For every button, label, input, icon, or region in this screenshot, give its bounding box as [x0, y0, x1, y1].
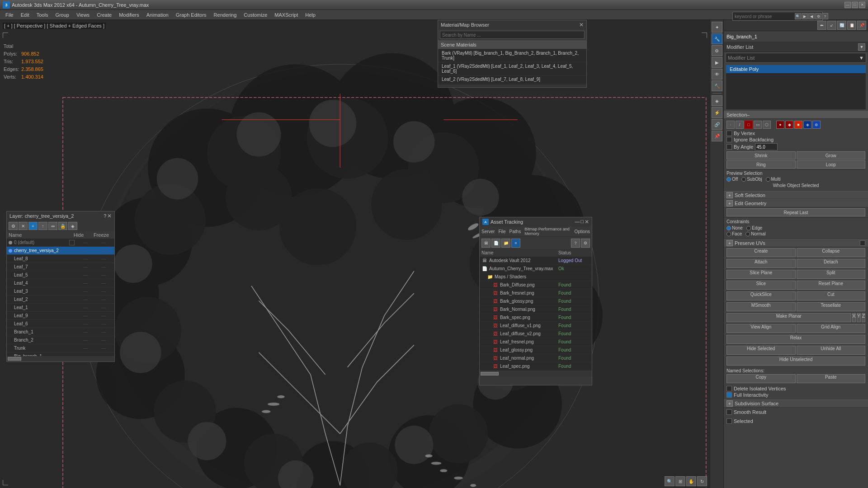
angle-value-input[interactable] — [755, 143, 778, 150]
layer-btn6[interactable]: 🔒 — [58, 222, 67, 230]
vp-zoom-btn[interactable]: 🔍 — [665, 476, 675, 486]
constraint-face-option[interactable]: Face — [726, 231, 742, 236]
asset-bark-spec[interactable]: 🖼 Bark_spec.png Found — [480, 314, 592, 322]
create-button[interactable]: Create — [726, 248, 796, 257]
preserve-expand-icon[interactable]: + — [726, 240, 733, 246]
mat-leaf1[interactable]: Leaf_1 (VRay2SdedMtl) [Leaf_1, Leaf_2, L… — [438, 62, 586, 75]
editable-poly-item[interactable]: Editable Poly — [726, 65, 866, 73]
sel-icon-red2[interactable]: ◆ — [785, 121, 793, 129]
layer-settings-btn[interactable]: ⚙ — [9, 222, 18, 230]
edit-geometry-row[interactable]: + Edit Geometry — [724, 199, 868, 207]
layer-default[interactable]: 0 (default) — — — [7, 239, 114, 247]
preview-subobj-radio[interactable] — [741, 177, 746, 182]
vertex-icon[interactable]: · — [726, 121, 735, 129]
close-button[interactable]: ✕ — [859, 2, 865, 8]
sel-icon-blue1[interactable]: ◈ — [803, 121, 811, 129]
z-btn[interactable]: Z — [862, 313, 865, 322]
copy-button[interactable]: Copy — [726, 374, 796, 383]
rp-icon-1[interactable]: ⬅ — [817, 21, 826, 30]
hierarchy-tab-btn[interactable]: ⚙ — [712, 45, 722, 56]
preview-off-radio[interactable] — [726, 177, 731, 182]
mat-search-input[interactable] — [440, 31, 585, 39]
material-list[interactable]: Bark (VRayMtl) [Big_branch_1, Big_Branch… — [438, 49, 586, 84]
mat-leaf2[interactable]: Leaf_2 (VRay2SdedMtl) [Leaf_7, Leaf_8, L… — [438, 75, 586, 84]
create-tab-btn[interactable]: ✦ — [712, 22, 722, 33]
rp-icon-2[interactable]: ↙ — [827, 21, 836, 30]
menu-file[interactable]: File — [2, 11, 17, 19]
sel-icon-red1[interactable]: ● — [776, 121, 784, 129]
subdivision-surface-row[interactable]: + Subdivision Surface — [724, 399, 868, 408]
asset-bark-glossy[interactable]: 🖼 Bark_glossy.png Found — [480, 297, 592, 305]
split-button[interactable]: Split — [797, 270, 866, 279]
layer-btn5[interactable]: ⇔ — [48, 222, 57, 230]
layer-leaf6[interactable]: Leaf_6 — — — [7, 320, 114, 328]
preview-multi-option[interactable]: Multi — [766, 177, 781, 182]
sel-icon-active[interactable]: ■ — [794, 121, 802, 129]
layer-leaf7[interactable]: Leaf_7 — — — [7, 263, 114, 271]
hide-selected-button[interactable]: Hide Selected — [726, 346, 796, 355]
asset-leaf-diffuse-v2[interactable]: 🖼 Leaf_diffuse_v2.png Found — [480, 330, 592, 338]
sel-icon-blue2[interactable]: ⊕ — [812, 121, 821, 129]
asset-menu-paths[interactable]: Paths — [509, 229, 521, 234]
make-planar-button[interactable]: Make Planar — [726, 313, 851, 322]
asset-leaf-diffuse-v1[interactable]: 🖼 Leaf_diffuse_v1.png Found — [480, 322, 592, 330]
msmooth-button[interactable]: MSmooth — [726, 302, 796, 311]
view-align-button[interactable]: View Align — [726, 324, 796, 333]
asset-settings-btn[interactable]: ⚙ — [581, 239, 590, 248]
constraint-edge-option[interactable]: Edge — [746, 225, 762, 230]
menu-edit[interactable]: Edit — [17, 11, 33, 19]
menu-tools[interactable]: Tools — [33, 11, 52, 19]
rp-scroll-area[interactable]: Selection – · / □ ▭ ⬡ ● ◆ ■ ◈ ⊕ — [724, 111, 868, 488]
rp-icon-5[interactable]: 📌 — [857, 21, 866, 30]
asset-file-btn[interactable]: 📄 — [491, 239, 500, 248]
loop-button[interactable]: Loop — [797, 160, 866, 169]
asset-table-btn[interactable]: ≡ — [511, 239, 520, 248]
asset-leaf-glossy[interactable]: 🖼 Leaf_glossy.png Found — [480, 346, 592, 354]
search-next-icon[interactable]: ▶ — [802, 13, 808, 19]
quickslice-button[interactable]: QuickSlice — [726, 291, 796, 300]
layer-h-scrollbar[interactable] — [7, 356, 114, 361]
asset-scroll-thumb[interactable] — [481, 372, 499, 375]
preserve-uvs-checkbox[interactable] — [860, 240, 865, 246]
asset-menu-server[interactable]: Server — [481, 229, 495, 234]
modifier-dropdown[interactable]: Modifier List ▼ — [726, 53, 866, 63]
by-angle-checkbox[interactable] — [726, 144, 732, 150]
utilities-tab-btn[interactable]: 🔨 — [712, 80, 722, 91]
asset-bark-diffuse[interactable]: 🖼 Bark_Diffuse.png Found — [480, 281, 592, 289]
menu-customize[interactable]: Customize — [240, 11, 271, 19]
preview-off-option[interactable]: Off — [726, 177, 738, 182]
layer-move-btn[interactable]: ↑ — [38, 222, 47, 230]
asset-maps-folder[interactable]: 📁 Maps / Shaders — [480, 273, 592, 281]
select-filter-btn[interactable]: ◈ — [712, 95, 722, 106]
asset-menu-file[interactable]: File — [498, 229, 505, 234]
layer-add-btn[interactable]: ✕ — [19, 222, 28, 230]
modify-tab-btn[interactable]: 🔧 — [712, 33, 722, 44]
x-btn[interactable]: X — [852, 313, 856, 322]
rp-icon-4[interactable]: 📋 — [847, 21, 856, 30]
repeat-last-button[interactable]: Repeat Last — [726, 208, 865, 216]
asset-vault-btn[interactable]: 🏛 — [481, 239, 491, 248]
asset-leaf-spec[interactable]: 🖼 Leaf_spec.png Found — [480, 362, 592, 371]
asset-bark-fresnel[interactable]: 🖼 Bark_fresnel.png Found — [480, 289, 592, 297]
layer-leaf9[interactable]: Leaf_9 — — — [7, 312, 114, 320]
asset-list[interactable]: 🏛 Autodesk Vault 2012 Logged Out 📄 Autum… — [480, 257, 592, 371]
mat-bark[interactable]: Bark (VRayMtl) [Big_branch_1, Big_Branch… — [438, 49, 586, 62]
constraint-edge-radio[interactable] — [746, 226, 751, 230]
layer-leaf3[interactable]: Leaf_3 — — — [7, 287, 114, 296]
pin-btn[interactable]: 📌 — [712, 131, 722, 141]
mat-browser-scrollbar[interactable] — [438, 84, 586, 87]
shrink-button[interactable]: Shrink — [726, 151, 796, 160]
asset-maximize-btn[interactable]: □ — [580, 219, 584, 225]
select-by-btn[interactable]: ⚡ — [712, 107, 722, 118]
subdiv-expand-icon[interactable]: + — [726, 400, 733, 407]
asset-leaf-normal[interactable]: 🖼 Leaf_normal.png Found — [480, 354, 592, 362]
slice-plane-button[interactable]: Slice Plane — [726, 270, 796, 279]
help-icon[interactable]: ? — [822, 13, 828, 19]
asset-help-btn[interactable]: ? — [571, 239, 580, 248]
paste-button[interactable]: Paste — [797, 374, 866, 383]
layer-help-icon[interactable]: ? — [104, 214, 106, 219]
smooth-result-checkbox[interactable] — [726, 409, 732, 415]
asset-menu-options[interactable]: Options — [575, 229, 590, 234]
asset-main-file[interactable]: 📄 Autumn_Cherry_Tree_vray.max Ok — [480, 265, 592, 273]
layer-leaf4[interactable]: Leaf_4 — — — [7, 279, 114, 287]
